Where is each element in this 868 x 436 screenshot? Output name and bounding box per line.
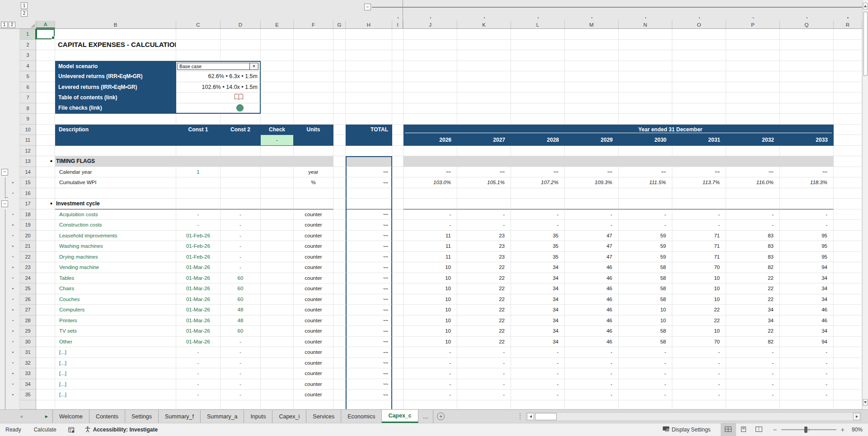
cell-H24[interactable]: ~~ [346, 273, 392, 284]
cell-L12[interactable] [511, 146, 565, 157]
cell-I32[interactable] [392, 358, 404, 369]
view-page-layout-button[interactable] [736, 423, 751, 436]
check-flag-cell[interactable]: - [261, 135, 294, 146]
cell-F31[interactable]: counter [294, 347, 333, 358]
cell-E30[interactable] [261, 337, 294, 348]
scenario-dropdown[interactable]: Base case▼ [177, 63, 258, 70]
cell-E36[interactable] [261, 400, 294, 410]
cell-R6[interactable] [834, 82, 862, 93]
column-group-collapse-button[interactable]: − [364, 4, 371, 10]
cell-B11[interactable] [55, 135, 176, 146]
cell-E21[interactable] [261, 241, 294, 252]
cell-R29[interactable] [834, 326, 862, 337]
cell-R20[interactable] [834, 231, 862, 241]
cell-A23[interactable] [36, 262, 55, 273]
cell-C31[interactable]: - [176, 347, 221, 358]
cell-I6[interactable] [392, 82, 404, 93]
cell-L6[interactable] [511, 82, 565, 93]
cell-H23[interactable]: ~~ [346, 262, 392, 273]
cell-M15[interactable]: 109.3% [565, 177, 619, 188]
cell-D21[interactable]: - [221, 241, 261, 252]
cell-B24[interactable]: Tables [55, 273, 176, 284]
display-settings-button[interactable]: Display Settings [660, 423, 713, 436]
cell-Q33[interactable]: - [780, 368, 834, 379]
cell-C17[interactable] [176, 199, 221, 209]
cell-D9[interactable] [221, 114, 261, 125]
cell-I17[interactable] [392, 199, 404, 209]
cell-C28[interactable]: 01-Mar-26 [176, 315, 221, 326]
cell-R27[interactable] [834, 305, 862, 315]
cell-J15[interactable]: 103.0% [404, 177, 457, 188]
row-header-33[interactable]: 33 [20, 368, 36, 379]
sheet-tab-inputs[interactable]: Inputs [244, 410, 272, 423]
cell-R16[interactable] [834, 188, 862, 199]
cell-E17[interactable] [261, 199, 294, 209]
cell-O32[interactable]: - [672, 358, 726, 369]
scenario-label-1[interactable]: Unlevered returns (IRR•EqM•GR) [55, 71, 176, 82]
cell-H7[interactable] [346, 93, 392, 103]
cell-C21[interactable]: 01-Feb-26 [176, 241, 221, 252]
cell-I4[interactable] [392, 61, 404, 72]
cell-E18[interactable] [261, 209, 294, 220]
cell-G28[interactable] [333, 315, 346, 326]
cell-P18[interactable]: - [726, 209, 780, 220]
cell-G29[interactable] [333, 326, 346, 337]
cell-Q36[interactable] [780, 400, 834, 410]
cell-H14[interactable]: ~~ [346, 167, 392, 178]
scenario-label-2[interactable]: Levered returns (IRR•EqM•GR) [55, 82, 176, 93]
cell-M24[interactable]: 46 [565, 273, 619, 284]
cell-O27[interactable]: 22 [672, 305, 726, 315]
column-header-R[interactable]: R [834, 21, 862, 28]
cell-J3[interactable] [404, 50, 457, 61]
cell-R12[interactable] [834, 146, 862, 157]
cell-E14[interactable] [261, 167, 294, 178]
cell-R10[interactable] [834, 125, 862, 135]
cell-I36[interactable] [392, 400, 404, 410]
cell-L9[interactable] [511, 114, 565, 125]
cell-P7[interactable] [726, 93, 780, 103]
cell-M19[interactable]: - [565, 220, 619, 231]
cell-L30[interactable]: 34 [511, 337, 565, 348]
cell-Q26[interactable]: 34 [780, 294, 834, 305]
cell-J2[interactable] [404, 40, 457, 51]
cell-N2[interactable] [619, 40, 672, 51]
cell-M26[interactable]: 46 [565, 294, 619, 305]
row-header-23[interactable]: 23 [20, 262, 36, 273]
cell-P27[interactable]: 34 [726, 305, 780, 315]
cell-B27[interactable]: Computers [55, 305, 176, 315]
cell-A3[interactable] [36, 50, 55, 61]
cell-O18[interactable]: - [672, 209, 726, 220]
cell-M9[interactable] [565, 114, 619, 125]
cell-L4[interactable] [511, 61, 565, 72]
cell-G16[interactable] [333, 188, 346, 199]
macro-record-icon[interactable] [68, 427, 75, 433]
cell-O15[interactable]: 113.7% [672, 177, 726, 188]
cell-N4[interactable] [619, 61, 672, 72]
cell-C32[interactable]: - [176, 358, 221, 369]
row-header-36[interactable] [20, 400, 36, 410]
cell-H26[interactable]: ~~ [346, 294, 392, 305]
cell-L29[interactable]: 34 [511, 326, 565, 337]
cell-M3[interactable] [565, 50, 619, 61]
cell-H1[interactable] [346, 29, 392, 40]
cell-C29[interactable]: 01-Mar-26 [176, 326, 221, 337]
cell-A24[interactable] [36, 273, 55, 284]
selection-fill-handle[interactable] [52, 36, 55, 39]
cell-E7[interactable] [261, 93, 294, 103]
cell-J23[interactable]: 10 [404, 262, 457, 273]
column-header-H[interactable]: H [346, 21, 392, 28]
cell-Q15[interactable]: 118.3% [780, 177, 834, 188]
row-header-4[interactable]: 4 [20, 61, 36, 72]
column-header-B[interactable]: B [55, 21, 176, 28]
cell-F8[interactable] [294, 103, 333, 114]
cell-J22[interactable]: 11 [404, 252, 457, 263]
cell-H19[interactable]: ~~ [346, 220, 392, 231]
cell-H33[interactable]: ~~ [346, 368, 392, 379]
cell-J1[interactable] [404, 29, 457, 40]
cell-Q3[interactable] [780, 50, 834, 61]
cell-A22[interactable] [36, 252, 55, 263]
cell-R8[interactable] [834, 103, 862, 114]
cell-I8[interactable] [392, 103, 404, 114]
cell-H32[interactable]: ~~ [346, 358, 392, 369]
cell-N26[interactable]: 58 [619, 294, 672, 305]
